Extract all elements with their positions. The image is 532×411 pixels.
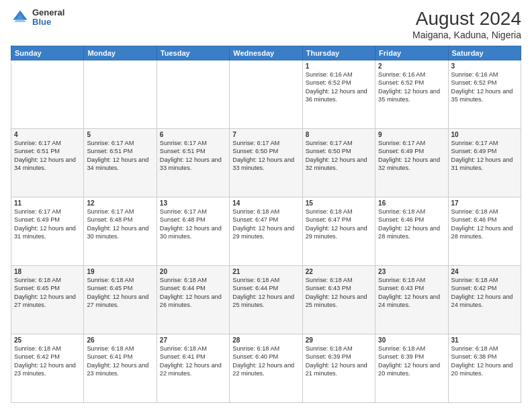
table-row: 8Sunrise: 6:17 AMSunset: 6:50 PMDaylight… <box>302 129 375 197</box>
table-row: 30Sunrise: 6:18 AMSunset: 6:39 PMDayligh… <box>375 334 448 403</box>
table-row: 11Sunrise: 6:17 AMSunset: 6:49 PMDayligh… <box>11 197 84 266</box>
day-info: Sunrise: 6:18 AMSunset: 6:42 PMDaylight:… <box>451 276 518 310</box>
col-monday: Monday <box>84 46 157 60</box>
day-info: Sunrise: 6:17 AMSunset: 6:50 PMDaylight:… <box>306 139 372 173</box>
day-number: 5 <box>87 131 153 138</box>
day-number: 23 <box>378 268 445 275</box>
day-info: Sunrise: 6:18 AMSunset: 6:41 PMDaylight:… <box>87 345 153 378</box>
day-number: 31 <box>451 336 518 344</box>
main-title: August 2024 <box>412 8 521 30</box>
day-number: 7 <box>232 131 299 138</box>
day-info: Sunrise: 6:18 AMSunset: 6:42 PMDaylight:… <box>14 345 81 378</box>
day-info: Sunrise: 6:18 AMSunset: 6:43 PMDaylight:… <box>306 276 372 310</box>
day-number: 27 <box>160 336 226 344</box>
col-sunday: Sunday <box>11 46 84 60</box>
calendar-week-row: 4Sunrise: 6:17 AMSunset: 6:51 PMDaylight… <box>11 129 521 197</box>
table-row: 31Sunrise: 6:18 AMSunset: 6:38 PMDayligh… <box>448 334 521 403</box>
day-number: 15 <box>306 199 372 207</box>
calendar-week-row: 18Sunrise: 6:18 AMSunset: 6:45 PMDayligh… <box>11 266 521 334</box>
table-row <box>11 60 84 129</box>
day-info: Sunrise: 6:17 AMSunset: 6:50 PMDaylight:… <box>232 139 299 173</box>
day-info: Sunrise: 6:18 AMSunset: 6:44 PMDaylight:… <box>160 276 226 310</box>
day-info: Sunrise: 6:18 AMSunset: 6:47 PMDaylight:… <box>306 208 372 241</box>
table-row: 26Sunrise: 6:18 AMSunset: 6:41 PMDayligh… <box>84 334 157 403</box>
calendar-week-row: 11Sunrise: 6:17 AMSunset: 6:49 PMDayligh… <box>11 197 521 266</box>
day-number: 29 <box>306 336 372 344</box>
day-info: Sunrise: 6:17 AMSunset: 6:49 PMDaylight:… <box>378 139 445 173</box>
day-number: 20 <box>160 268 226 275</box>
table-row: 25Sunrise: 6:18 AMSunset: 6:42 PMDayligh… <box>11 334 84 403</box>
day-info: Sunrise: 6:18 AMSunset: 6:47 PMDaylight:… <box>232 208 299 241</box>
page: General Blue August 2024 Maigana, Kaduna… <box>0 0 532 411</box>
day-info: Sunrise: 6:16 AMSunset: 6:52 PMDaylight:… <box>306 71 372 104</box>
table-row <box>157 60 229 129</box>
calendar-week-row: 25Sunrise: 6:18 AMSunset: 6:42 PMDayligh… <box>11 334 521 403</box>
day-number: 16 <box>378 199 445 207</box>
col-tuesday: Tuesday <box>157 46 229 60</box>
day-number: 11 <box>14 199 81 207</box>
col-saturday: Saturday <box>448 46 521 60</box>
logo-icon <box>11 8 30 27</box>
logo-text: General Blue <box>32 8 64 28</box>
calendar-header-row: Sunday Monday Tuesday Wednesday Thursday… <box>11 46 521 60</box>
table-row: 5Sunrise: 6:17 AMSunset: 6:51 PMDaylight… <box>84 129 157 197</box>
day-info: Sunrise: 6:18 AMSunset: 6:39 PMDaylight:… <box>306 345 372 378</box>
day-info: Sunrise: 6:16 AMSunset: 6:52 PMDaylight:… <box>378 71 445 104</box>
table-row: 2Sunrise: 6:16 AMSunset: 6:52 PMDaylight… <box>375 60 448 129</box>
table-row <box>84 60 157 129</box>
day-info: Sunrise: 6:17 AMSunset: 6:49 PMDaylight:… <box>451 139 518 173</box>
day-number: 24 <box>451 268 518 275</box>
day-info: Sunrise: 6:17 AMSunset: 6:48 PMDaylight:… <box>160 208 226 241</box>
table-row: 22Sunrise: 6:18 AMSunset: 6:43 PMDayligh… <box>302 266 375 334</box>
table-row: 16Sunrise: 6:18 AMSunset: 6:46 PMDayligh… <box>375 197 448 266</box>
day-info: Sunrise: 6:18 AMSunset: 6:45 PMDaylight:… <box>14 276 81 310</box>
col-friday: Friday <box>375 46 448 60</box>
day-info: Sunrise: 6:18 AMSunset: 6:46 PMDaylight:… <box>451 208 518 241</box>
day-number: 6 <box>160 131 226 138</box>
day-number: 19 <box>87 268 153 275</box>
day-info: Sunrise: 6:18 AMSunset: 6:43 PMDaylight:… <box>378 276 445 310</box>
col-thursday: Thursday <box>302 46 375 60</box>
day-number: 2 <box>378 62 445 70</box>
day-number: 18 <box>14 268 81 275</box>
day-number: 4 <box>14 131 81 138</box>
day-info: Sunrise: 6:18 AMSunset: 6:38 PMDaylight:… <box>451 345 518 378</box>
day-number: 10 <box>451 131 518 138</box>
day-info: Sunrise: 6:17 AMSunset: 6:51 PMDaylight:… <box>160 139 226 173</box>
subtitle: Maigana, Kaduna, Nigeria <box>412 30 521 40</box>
table-row: 7Sunrise: 6:17 AMSunset: 6:50 PMDaylight… <box>230 129 302 197</box>
day-number: 22 <box>306 268 372 275</box>
logo: General Blue <box>11 8 64 28</box>
day-number: 26 <box>87 336 153 344</box>
table-row: 14Sunrise: 6:18 AMSunset: 6:47 PMDayligh… <box>230 197 302 266</box>
day-info: Sunrise: 6:18 AMSunset: 6:45 PMDaylight:… <box>87 276 153 310</box>
day-info: Sunrise: 6:17 AMSunset: 6:51 PMDaylight:… <box>14 139 81 173</box>
day-info: Sunrise: 6:16 AMSunset: 6:52 PMDaylight:… <box>451 71 518 104</box>
table-row: 13Sunrise: 6:17 AMSunset: 6:48 PMDayligh… <box>157 197 229 266</box>
day-info: Sunrise: 6:17 AMSunset: 6:51 PMDaylight:… <box>87 139 153 173</box>
day-number: 8 <box>306 131 372 138</box>
day-info: Sunrise: 6:18 AMSunset: 6:39 PMDaylight:… <box>378 345 445 378</box>
table-row: 27Sunrise: 6:18 AMSunset: 6:41 PMDayligh… <box>157 334 229 403</box>
day-info: Sunrise: 6:18 AMSunset: 6:46 PMDaylight:… <box>378 208 445 241</box>
day-number: 14 <box>232 199 299 207</box>
calendar-week-row: 1Sunrise: 6:16 AMSunset: 6:52 PMDaylight… <box>11 60 521 129</box>
table-row: 3Sunrise: 6:16 AMSunset: 6:52 PMDaylight… <box>448 60 521 129</box>
table-row: 6Sunrise: 6:17 AMSunset: 6:51 PMDaylight… <box>157 129 229 197</box>
day-number: 13 <box>160 199 226 207</box>
day-number: 3 <box>451 62 518 70</box>
table-row: 18Sunrise: 6:18 AMSunset: 6:45 PMDayligh… <box>11 266 84 334</box>
table-row: 28Sunrise: 6:18 AMSunset: 6:40 PMDayligh… <box>230 334 302 403</box>
table-row <box>230 60 302 129</box>
header: General Blue August 2024 Maigana, Kaduna… <box>11 8 521 40</box>
table-row: 15Sunrise: 6:18 AMSunset: 6:47 PMDayligh… <box>302 197 375 266</box>
calendar-table: Sunday Monday Tuesday Wednesday Thursday… <box>11 46 521 403</box>
day-info: Sunrise: 6:18 AMSunset: 6:41 PMDaylight:… <box>160 345 226 378</box>
day-number: 1 <box>306 62 372 70</box>
day-number: 30 <box>378 336 445 344</box>
table-row: 1Sunrise: 6:16 AMSunset: 6:52 PMDaylight… <box>302 60 375 129</box>
table-row: 20Sunrise: 6:18 AMSunset: 6:44 PMDayligh… <box>157 266 229 334</box>
table-row: 10Sunrise: 6:17 AMSunset: 6:49 PMDayligh… <box>448 129 521 197</box>
day-number: 21 <box>232 268 299 275</box>
table-row: 21Sunrise: 6:18 AMSunset: 6:44 PMDayligh… <box>230 266 302 334</box>
